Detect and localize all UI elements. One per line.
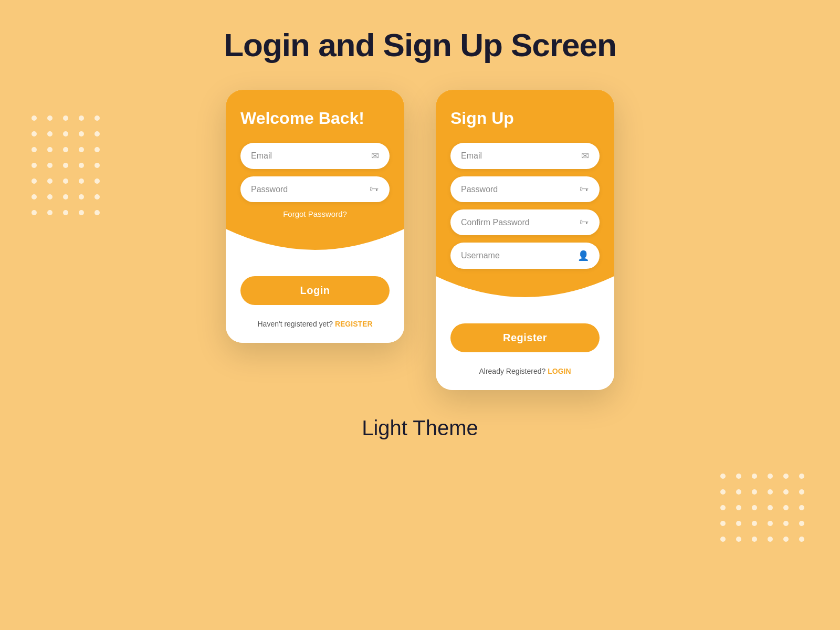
register-button[interactable]: Register bbox=[450, 323, 600, 352]
signup-card: Sign Up ✉ 🗝 🗝 👤 bbox=[436, 90, 614, 390]
signup-password-field[interactable]: 🗝 bbox=[450, 176, 600, 202]
signup-password-icon: 🗝 bbox=[580, 184, 589, 195]
signup-footer: Already Registered? LOGIN bbox=[479, 367, 571, 375]
login-title: Welcome Back! bbox=[240, 109, 390, 128]
login-card-top: Welcome Back! ✉ 🗝 Forgot Password? bbox=[226, 90, 404, 229]
login-footer: Haven't registered yet? REGISTER bbox=[258, 320, 373, 328]
signup-username-field[interactable]: 👤 bbox=[450, 243, 600, 269]
username-icon: 👤 bbox=[578, 250, 589, 261]
signup-username-input[interactable] bbox=[461, 251, 573, 260]
login-wave bbox=[226, 229, 404, 260]
signup-confirm-password-input[interactable] bbox=[461, 218, 575, 227]
register-link[interactable]: REGISTER bbox=[335, 320, 373, 328]
signup-email-icon: ✉ bbox=[581, 150, 589, 162]
login-card-bottom: Login Haven't registered yet? REGISTER bbox=[226, 260, 404, 343]
login-password-field[interactable]: 🗝 bbox=[240, 176, 390, 202]
login-footer-text: Haven't registered yet? bbox=[258, 320, 333, 328]
signup-card-top: Sign Up ✉ 🗝 🗝 👤 bbox=[436, 90, 614, 276]
theme-label: Light Theme bbox=[362, 416, 478, 440]
signup-password-input[interactable] bbox=[461, 185, 575, 194]
confirm-password-icon: 🗝 bbox=[580, 217, 589, 228]
login-password-input[interactable] bbox=[251, 185, 365, 194]
email-icon: ✉ bbox=[371, 150, 379, 162]
signup-email-input[interactable] bbox=[461, 151, 577, 161]
password-icon: 🗝 bbox=[370, 184, 379, 195]
login-email-field[interactable]: ✉ bbox=[240, 143, 390, 169]
dots-decoration-right bbox=[720, 474, 808, 546]
login-email-input[interactable] bbox=[251, 151, 367, 161]
signup-wave bbox=[436, 276, 614, 308]
login-link[interactable]: LOGIN bbox=[548, 367, 571, 375]
signup-email-field[interactable]: ✉ bbox=[450, 143, 600, 169]
login-card: Welcome Back! ✉ 🗝 Forgot Password? Login… bbox=[226, 90, 404, 343]
page-title: Login and Sign Up Screen bbox=[224, 26, 616, 64]
forgot-password-link[interactable]: Forgot Password? bbox=[240, 209, 390, 218]
screens-container: Welcome Back! ✉ 🗝 Forgot Password? Login… bbox=[0, 90, 840, 390]
signup-title: Sign Up bbox=[450, 109, 600, 128]
signup-footer-text: Already Registered? bbox=[479, 367, 545, 375]
signup-card-bottom: Register Already Registered? LOGIN bbox=[436, 308, 614, 390]
login-button[interactable]: Login bbox=[240, 276, 390, 305]
signup-confirm-password-field[interactable]: 🗝 bbox=[450, 209, 600, 235]
